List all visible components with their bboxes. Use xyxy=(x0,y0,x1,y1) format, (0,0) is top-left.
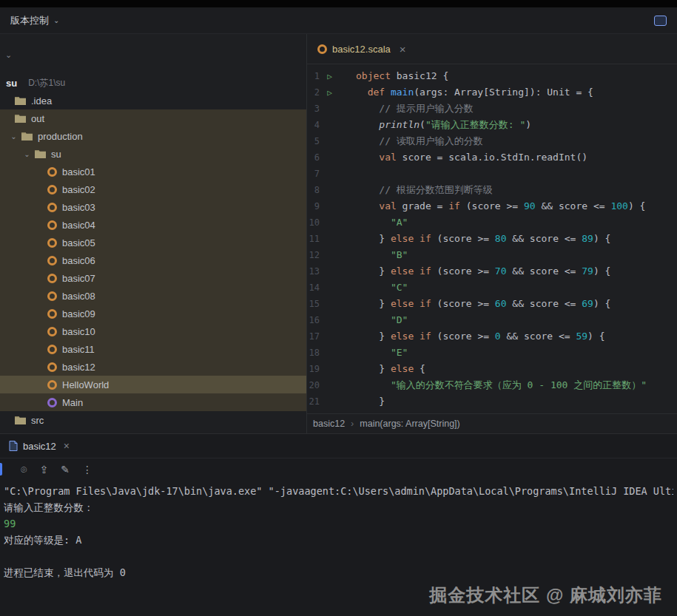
tree-item-basic11[interactable]: basic11 xyxy=(0,340,306,358)
tree-item-basic04[interactable]: basic04 xyxy=(0,216,306,234)
run-gutter-icon[interactable]: ▷ xyxy=(327,88,332,98)
run-gutter-icon[interactable]: ▷ xyxy=(327,72,332,81)
chevron-down-icon[interactable]: ⌄ xyxy=(22,150,32,158)
code-line: "A" xyxy=(340,214,408,231)
tree-item-helloworld[interactable]: HelloWorld xyxy=(0,376,306,393)
chevron-down-icon[interactable]: ⌄ xyxy=(5,50,12,60)
line-number: 8 xyxy=(307,182,320,198)
tree-item-idea[interactable]: .idea xyxy=(0,92,306,109)
editor-tab-basic12-scala[interactable]: basic12.scala × xyxy=(317,43,406,55)
chevron-down-icon[interactable]: ⌄ xyxy=(9,132,18,141)
line-number: 14 xyxy=(307,280,320,296)
project-root-path: D:\苏1\su xyxy=(28,77,65,89)
run-tab-bar: basic12 × xyxy=(0,434,677,458)
vcs-widget[interactable]: 版本控制 ⌄ xyxy=(10,14,59,27)
scala-object-icon xyxy=(47,203,57,212)
tree-item-label: basic01 xyxy=(62,166,95,177)
code-line: // 根据分数范围判断等级 xyxy=(340,182,493,198)
code-line: val score = scala.io.StdIn.readInt() xyxy=(340,149,587,166)
tree-item-out[interactable]: out xyxy=(0,109,306,127)
line-number: 20 xyxy=(307,377,320,393)
close-icon[interactable]: × xyxy=(400,43,406,55)
editor-line: 11 } else if (score >= 80 && score <= 89… xyxy=(307,231,677,247)
tree-item-label: out xyxy=(31,113,44,124)
tree-item-basic05[interactable]: basic05 xyxy=(0,234,306,251)
editor-line: 10 "A" xyxy=(307,214,677,231)
gutter-cell xyxy=(320,198,340,214)
gutter-cell xyxy=(320,133,340,149)
console-line: 99 xyxy=(4,515,673,532)
gutter-cell xyxy=(320,182,340,198)
line-number: 15 xyxy=(307,296,320,312)
close-icon[interactable]: × xyxy=(64,440,70,452)
console-line: 对应的等级是: A xyxy=(4,532,673,548)
scala-object-icon xyxy=(47,238,57,248)
tree-item-basic06[interactable]: basic06 xyxy=(0,251,306,269)
tree-item-main[interactable]: Main xyxy=(0,393,306,411)
tree-item-basic07[interactable]: basic07 xyxy=(0,269,306,287)
editor-line: 8 // 根据分数范围判断等级 xyxy=(307,182,677,198)
code-line: val grade = if (score >= 90 && score <= … xyxy=(340,198,645,214)
scala-object-icon xyxy=(47,256,57,265)
code-line xyxy=(340,166,356,182)
tree-item-basic02[interactable]: basic02 xyxy=(0,180,306,198)
line-number: 6 xyxy=(307,149,320,166)
window-layout-icon[interactable] xyxy=(654,16,667,26)
editor-line: 7 xyxy=(307,166,677,182)
gutter-cell xyxy=(320,296,340,312)
line-number: 13 xyxy=(307,263,320,280)
editor-line: 4 println("请输入正整数分数: ") xyxy=(307,117,677,133)
project-root-label: su xyxy=(6,78,17,89)
tree-item-label: basic12 xyxy=(62,362,95,373)
tree-item-basic10[interactable]: basic10 xyxy=(0,322,306,340)
panel-accent-stripe xyxy=(0,463,2,475)
code-line: def main(args: Array[String]): Unit = { xyxy=(340,84,593,101)
line-number: 1 xyxy=(307,68,320,84)
vcs-widget-label: 版本控制 xyxy=(10,14,49,27)
code-line: "输入的分数不符合要求（应为 0 - 100 之间的正整数）" xyxy=(340,377,647,393)
tree-item-su[interactable]: suD:\苏1\su xyxy=(0,74,306,92)
console-line xyxy=(4,548,673,564)
editor-line: 17 } else if (score >= 0 && score <= 59)… xyxy=(307,328,677,345)
gutter-cell xyxy=(320,377,340,393)
tree-item-basic03[interactable]: basic03 xyxy=(0,198,306,216)
code-line: "C" xyxy=(340,280,408,296)
editor-line: 3 // 提示用户输入分数 xyxy=(307,101,677,117)
code-line: "D" xyxy=(340,312,408,328)
breadcrumb-item-member[interactable]: main(args: Array[String]) xyxy=(360,419,459,429)
tree-item-basic12[interactable]: basic12 xyxy=(0,358,306,376)
gutter-cell xyxy=(320,166,340,182)
line-number: 10 xyxy=(307,214,320,231)
code-line: // 读取用户输入的分数 xyxy=(340,133,483,149)
gutter-cell xyxy=(320,312,340,328)
ide-window: 版本控制 ⌄ ⌄ suD:\苏1\su.ideaout⌄production⌄s… xyxy=(0,0,677,616)
tree-item-label: basic05 xyxy=(62,237,95,248)
editor-line: 9 val grade = if (score >= 90 && score <… xyxy=(307,198,677,214)
edit-source-icon[interactable]: ✎ xyxy=(61,464,70,476)
tree-item-label: basic03 xyxy=(62,202,95,213)
camera-icon[interactable]: ⌾ xyxy=(21,464,27,476)
gutter-cell xyxy=(320,263,340,280)
scala-object-icon xyxy=(47,362,57,372)
breadcrumb: basic12 › main(args: Array[String]) xyxy=(307,413,677,433)
tree-item-basic01[interactable]: basic01 xyxy=(0,163,306,180)
code-line: "B" xyxy=(340,247,408,263)
tree-item-basic09[interactable]: basic09 xyxy=(0,305,306,322)
gutter-cell xyxy=(320,117,340,133)
code-editor[interactable]: 1▷object basic12 {2▷ def main(args: Arra… xyxy=(307,64,677,413)
scala-class-icon xyxy=(47,398,57,407)
tree-item-src[interactable]: src xyxy=(0,411,306,429)
editor-line: 2▷ def main(args: Array[String]): Unit =… xyxy=(307,84,677,101)
editor-line: 1▷object basic12 { xyxy=(307,68,677,84)
run-console[interactable]: "C:\Program Files\Java\jdk-17\bin\java.e… xyxy=(0,481,677,583)
breadcrumb-item-file[interactable]: basic12 xyxy=(313,419,345,429)
run-tab-basic12[interactable]: basic12 × xyxy=(9,440,70,452)
more-icon[interactable]: ⋮ xyxy=(82,464,92,476)
project-tree-panel: ⌄ suD:\苏1\su.ideaout⌄production⌄subasic0… xyxy=(0,34,307,433)
tree-item-basic08[interactable]: basic08 xyxy=(0,287,306,305)
export-icon[interactable]: ⇪ xyxy=(39,464,48,476)
tree-item-su[interactable]: ⌄su xyxy=(0,145,306,163)
gutter-cell: ▷ xyxy=(320,84,340,101)
code-line: } else if (score >= 60 && score <= 69) { xyxy=(340,296,610,312)
tree-item-production[interactable]: ⌄production xyxy=(0,127,306,145)
